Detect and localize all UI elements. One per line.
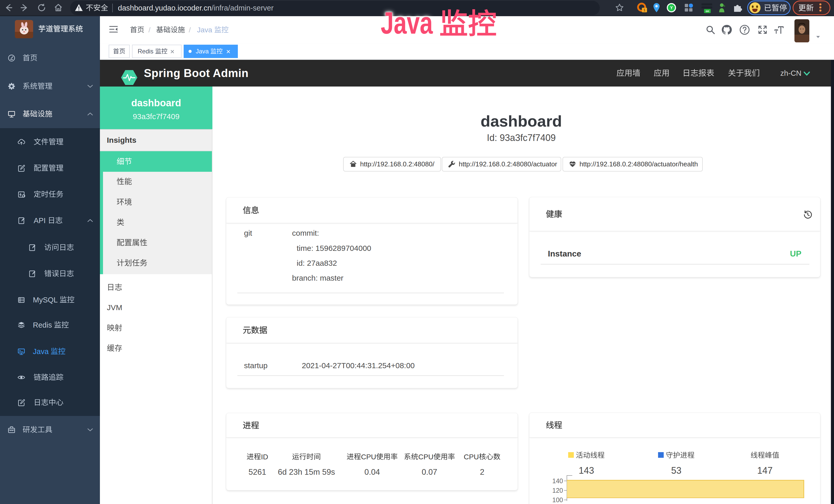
svg-text:1: 1 [643, 8, 645, 12]
svg-text:Y: Y [670, 6, 673, 10]
svg-text:on: on [706, 9, 709, 13]
